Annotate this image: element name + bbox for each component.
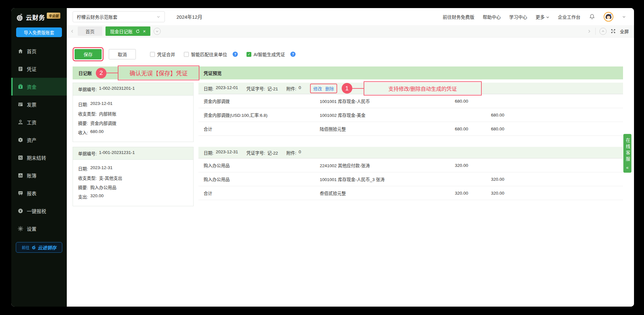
tabbar-right-controls: 全屏 — [587, 28, 629, 35]
section-band: 日记账 2 确认无误【保存】凭证 凭证预览 — [73, 66, 623, 79]
goto-brand-name: 云进销存 — [38, 244, 56, 251]
field-label: 日期: — [78, 165, 88, 172]
tab-label: 现金日记账 — [110, 28, 133, 35]
checkbox-smart-match[interactable]: 智能匹配往来单位 — [184, 51, 227, 57]
journal-entry-row: 单据编号: 1-002-20231201-1 日期:2023-12-01 收支类… — [73, 83, 623, 142]
import-free-accounts-button[interactable]: 导入免费版账套 — [16, 27, 62, 37]
sidebar-item-label: 报表 — [27, 190, 36, 197]
tab-home[interactable]: 首页 — [78, 26, 102, 36]
brand-logo: 云财务 专业版 — [11, 8, 67, 24]
percent-icon — [18, 155, 23, 160]
doc-no-value: 1-001-20231231-1 — [99, 150, 135, 157]
voucher-row: 资金内部调拨(USD:100,汇率:6.8) 1001002 库存现金-美金 6… — [198, 108, 623, 122]
sidebar-item-voucher[interactable]: 凭证 — [11, 60, 67, 78]
sidebar-item-label: 一键报税 — [27, 208, 46, 214]
journal-card-header: 单据编号: 1-001-20231231-1 — [73, 147, 193, 160]
voucher-total-row: 合计 叁佰贰拾元整 320.00 320.00 — [198, 186, 623, 200]
sidebar-item-tax[interactable]: 一键报税 — [11, 202, 67, 220]
notification-bell-icon[interactable] — [589, 14, 595, 20]
checkbox-icon[interactable] — [184, 52, 189, 57]
brand-name: 云财务 — [26, 13, 45, 22]
user-avatar[interactable] — [604, 12, 613, 22]
sidebar-item-label: 凭证 — [27, 66, 36, 72]
sidebar-item-assets[interactable]: 资产 — [11, 131, 67, 149]
tabs-dropdown-icon[interactable] — [154, 28, 161, 35]
sidebar-item-home[interactable]: 首页 — [11, 42, 67, 60]
help-icon[interactable]: ? — [233, 52, 238, 57]
field-label: 日期: — [78, 101, 88, 107]
close-icon[interactable]: × — [143, 29, 146, 34]
invoice-icon — [18, 102, 23, 107]
annotation-step2-box: 确认无误【保存】凭证 — [118, 66, 199, 80]
row-amount-words: 叁佰贰拾元整 — [320, 190, 429, 196]
row-summary: 合计 — [204, 126, 320, 132]
link-free-version[interactable]: 前往财务免费版 — [443, 14, 474, 20]
divider — [595, 28, 596, 35]
wallet-yuan-icon — [18, 84, 23, 89]
help-icon[interactable]: ? — [290, 52, 296, 57]
checkbox-ai-generate[interactable]: ✓ AI智能生成凭证 — [247, 51, 285, 57]
link-enterprise-workspace[interactable]: 企业工作台 — [558, 14, 580, 20]
sidebar-item-settings[interactable]: 设置 — [11, 220, 67, 238]
field-value: 内部转账 — [99, 110, 116, 117]
row-credit-total: 680.00 — [468, 127, 504, 131]
voucher-preview: 日期:2023-12-31 凭证字号:记-22 附件:0 购入办公用品 2241… — [198, 147, 623, 200]
fullscreen-label[interactable]: 全屏 — [620, 28, 629, 35]
tax-yuan-circle-icon — [18, 208, 23, 214]
journal-card-body: 日期:2023-12-31 收支类型:支-其他支出 摘要:购入办公用品 支出:3… — [73, 160, 193, 206]
voucher-links-annotation-outline: 修改 删除 — [310, 84, 337, 93]
tab-cash-journal[interactable]: 现金日记账 × — [106, 26, 150, 36]
voucher-header: 日期:2023-12-01 凭证字号:记-21 附件:0 修改 删除 1 支持修… — [198, 83, 623, 94]
sidebar-item-carryover[interactable]: 期末结转 — [11, 149, 67, 167]
tabs-scroll-right-icon[interactable] — [587, 29, 591, 34]
row-account: 1001002 库存现金-美金 — [320, 112, 429, 118]
chevron-down-icon — [546, 15, 549, 18]
voucher-word-label: 凭证字号: — [247, 149, 265, 156]
sidebar-menu: 首页 凭证 资金 发票 工资 — [11, 42, 67, 238]
cancel-button[interactable]: 取消 — [109, 49, 136, 59]
sidebar-item-reports[interactable]: 报表 — [11, 184, 67, 202]
tab-label: 首页 — [86, 28, 95, 35]
person-coin-icon — [18, 119, 23, 125]
fullscreen-icon[interactable] — [610, 28, 616, 34]
link-help-center[interactable]: 帮助中心 — [483, 14, 501, 20]
option-checkboxes: 凭证合并 智能匹配往来单位 ? ✓ AI智能生成凭证 ? — [150, 51, 301, 57]
home-icon — [18, 48, 23, 54]
checkbox-merge-voucher[interactable]: 凭证合并 — [150, 51, 175, 57]
row-summary: 资金内部调拨(USD:100,汇率:6.8) — [204, 112, 320, 118]
field-value: 320.00 — [90, 193, 104, 200]
checkbox-checked-icon[interactable]: ✓ — [247, 52, 251, 57]
delete-link[interactable]: 删除 — [325, 85, 334, 92]
period-label[interactable]: 2024年12月 — [176, 13, 202, 20]
link-more[interactable]: 更多 — [536, 14, 549, 20]
checkbox-label: AI智能生成凭证 — [254, 51, 285, 57]
main-area: 柠檬云财务示范账套 2024年12月 前往财务免费版 帮助中心 学习中心 更多 … — [67, 8, 634, 307]
sidebar-item-label: 账簿 — [27, 172, 36, 179]
sidebar-item-funds[interactable]: 资金 — [11, 78, 67, 96]
checkbox-icon[interactable] — [150, 52, 155, 57]
sidebar-item-books[interactable]: 账簿 — [11, 167, 67, 184]
save-button[interactable]: 保存 — [75, 49, 102, 59]
journal-section-label: 日记账 — [78, 70, 92, 76]
row-debit-total: 680.00 — [429, 127, 468, 131]
voucher-word-label: 凭证字号: — [247, 85, 265, 92]
collapse-up-icon[interactable] — [599, 28, 607, 35]
goto-inventory-button[interactable]: 前往 云进销存 — [16, 242, 62, 253]
field-label: 摘要: — [78, 184, 88, 190]
refresh-icon[interactable] — [136, 29, 140, 34]
chevron-down-icon[interactable] — [622, 15, 626, 19]
online-support-tab[interactable]: 在线客服 « — [623, 134, 631, 173]
sidebar-item-invoice[interactable]: 发票 — [11, 96, 67, 113]
sidebar-item-salary[interactable]: 工资 — [11, 113, 67, 131]
edit-link[interactable]: 修改 — [313, 85, 322, 92]
account-set-select[interactable]: 柠檬云财务示范账套 — [73, 11, 165, 22]
link-learning-center[interactable]: 学习中心 — [509, 14, 527, 20]
row-amount-words: 陆佰捌拾元整 — [320, 126, 429, 132]
report-board-icon — [18, 190, 23, 196]
safe-box-icon — [18, 137, 23, 143]
tabs-scroll-left-icon[interactable] — [70, 29, 75, 34]
field-label: 支出: — [78, 193, 88, 200]
doc-no-label: 单据编号: — [78, 150, 97, 157]
save-annotation-outline: 保存 — [73, 47, 104, 61]
sidebar-item-label: 首页 — [27, 48, 36, 55]
